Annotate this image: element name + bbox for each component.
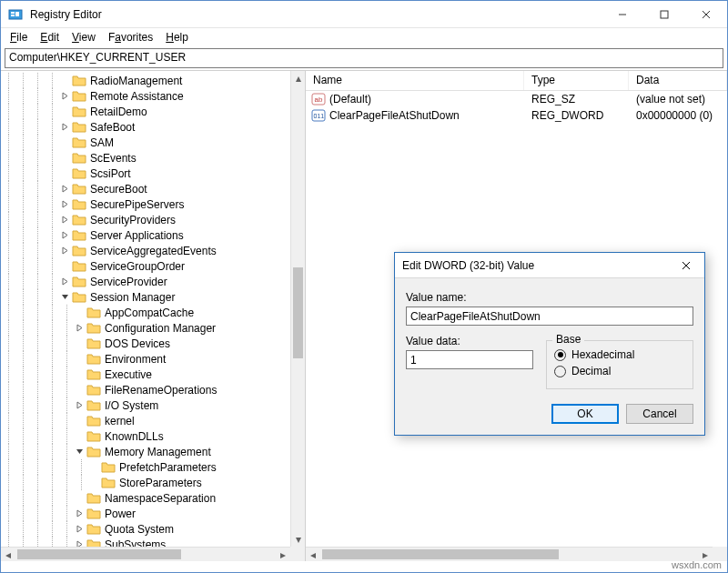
scroll-up-icon[interactable]: ▴ xyxy=(291,71,306,85)
list-row[interactable]: ab(Default)REG_SZ(value not set) xyxy=(306,91,727,107)
list-row[interactable]: 011ClearPageFileAtShutDownREG_DWORD0x000… xyxy=(306,107,727,124)
tree-item[interactable]: Power xyxy=(1,506,290,521)
tree-item[interactable]: FileRenameOperations xyxy=(1,382,290,397)
maximize-button[interactable] xyxy=(643,1,685,28)
tree-item[interactable]: ServiceGroupOrder xyxy=(1,258,290,274)
dialog-close-button[interactable] xyxy=(668,253,704,278)
tree-item[interactable]: StoreParameters xyxy=(1,475,290,490)
tree-item[interactable]: kernel xyxy=(1,413,290,428)
chevron-right-icon[interactable] xyxy=(74,539,85,548)
tree-item[interactable]: SubSystems xyxy=(1,537,290,547)
scroll-right-icon[interactable]: ▸ xyxy=(276,548,290,561)
scroll-down-icon[interactable]: ▾ xyxy=(291,532,306,547)
tree-item[interactable]: RetailDemo xyxy=(1,104,290,119)
menu-file[interactable]: File xyxy=(5,29,33,45)
radio-dec-icon[interactable] xyxy=(554,366,566,377)
cancel-button[interactable]: Cancel xyxy=(626,404,693,424)
tree-item[interactable]: KnownDLLs xyxy=(1,428,290,444)
list-header[interactable]: Name Type Data xyxy=(306,71,727,91)
tree-item[interactable]: ScsiPort xyxy=(1,166,290,181)
tree-item-label: SecurityProviders xyxy=(90,214,176,226)
col-type[interactable]: Type xyxy=(524,71,629,90)
tree-item[interactable]: RadioManagement xyxy=(1,73,290,88)
chevron-down-icon[interactable] xyxy=(59,292,70,303)
folder-icon xyxy=(72,105,86,119)
folder-icon xyxy=(72,244,86,258)
tree-item[interactable]: Remote Assistance xyxy=(1,88,290,104)
menu-edit[interactable]: Edit xyxy=(35,29,65,45)
tree-hscroll[interactable]: ◂ ▸ xyxy=(1,547,290,561)
scroll-left-icon[interactable]: ◂ xyxy=(306,548,320,561)
tree-item[interactable]: NamespaceSeparation xyxy=(1,490,290,506)
tree-item[interactable]: ServiceProvider xyxy=(1,274,290,289)
chevron-right-icon[interactable] xyxy=(59,276,70,287)
list-hscroll[interactable]: ◂ ▸ xyxy=(306,547,713,561)
folder-icon xyxy=(72,197,86,212)
tree-item[interactable]: Quota System xyxy=(1,521,290,537)
tree-item-label: ServiceGroupOrder xyxy=(90,260,185,273)
col-name[interactable]: Name xyxy=(306,71,524,90)
tree-item[interactable]: Memory Management xyxy=(1,444,290,459)
tree-item[interactable]: PrefetchParameters xyxy=(1,459,290,475)
menu-view[interactable]: View xyxy=(66,29,101,45)
tree-item[interactable]: DOS Devices xyxy=(1,336,290,351)
folder-icon xyxy=(86,414,101,428)
minimize-button[interactable] xyxy=(602,1,643,28)
dialog-titlebar[interactable]: Edit DWORD (32-bit) Value xyxy=(395,253,704,278)
chevron-right-icon[interactable] xyxy=(59,122,70,133)
chevron-right-icon[interactable] xyxy=(74,508,85,519)
folder-icon xyxy=(101,476,116,490)
tree-hscroll-thumb[interactable] xyxy=(17,549,181,559)
svg-text:011: 011 xyxy=(314,113,325,119)
chevron-right-icon[interactable] xyxy=(59,246,70,256)
scroll-left-icon[interactable]: ◂ xyxy=(1,548,15,561)
chevron-right-icon[interactable] xyxy=(59,184,70,195)
tree-item-label: Server Applications xyxy=(90,229,184,242)
chevron-right-icon[interactable] xyxy=(59,91,70,102)
menu-help[interactable]: Help xyxy=(160,29,194,45)
tree-item[interactable]: I/O System xyxy=(1,397,290,413)
close-button[interactable] xyxy=(685,1,727,28)
tree-vscroll[interactable]: ▴ ▾ xyxy=(290,71,305,547)
chevron-right-icon[interactable] xyxy=(74,323,85,334)
tree-item[interactable]: Session Manager xyxy=(1,289,290,305)
chevron-down-icon[interactable] xyxy=(74,447,85,457)
chevron-right-icon[interactable] xyxy=(59,199,70,210)
tree-item[interactable]: Executive xyxy=(1,367,290,382)
radio-decimal[interactable]: Decimal xyxy=(554,365,685,377)
tree-item[interactable]: SecurePipeServers xyxy=(1,196,290,212)
address-bar[interactable]: Computer\HKEY_CURRENT_USER xyxy=(5,48,723,68)
tree-item[interactable]: AppCompatCache xyxy=(1,305,290,320)
tree-item[interactable]: Environment xyxy=(1,351,290,367)
tree-item[interactable]: SAM xyxy=(1,135,290,150)
value-name-input[interactable] xyxy=(406,307,693,326)
chevron-none-icon xyxy=(59,106,70,117)
chevron-none-icon xyxy=(74,431,85,442)
col-data[interactable]: Data xyxy=(629,71,727,90)
radio-hexadecimal[interactable]: Hexadecimal xyxy=(554,348,685,361)
chevron-right-icon[interactable] xyxy=(59,215,70,226)
tree-item[interactable]: ScEvents xyxy=(1,150,290,166)
value-name: ClearPageFileAtShutDown xyxy=(329,109,460,122)
tree[interactable]: RadioManagementRemote AssistanceRetailDe… xyxy=(1,71,290,547)
tree-item[interactable]: SecurityProviders xyxy=(1,212,290,227)
ok-button[interactable]: OK xyxy=(551,404,619,424)
tree-item[interactable]: Server Applications xyxy=(1,227,290,243)
tree-vscroll-thumb[interactable] xyxy=(293,267,303,358)
chevron-right-icon[interactable] xyxy=(59,230,70,241)
value-data: 0x00000000 (0) xyxy=(629,109,727,122)
list-hscroll-thumb[interactable] xyxy=(322,549,559,559)
tree-item-label: I/O System xyxy=(105,399,158,412)
tree-item[interactable]: ServiceAggregatedEvents xyxy=(1,243,290,258)
tree-item[interactable]: SecureBoot xyxy=(1,181,290,196)
radio-hex-icon[interactable] xyxy=(554,349,566,361)
menu-favorites[interactable]: Favorites xyxy=(103,29,158,45)
list-body[interactable]: ab(Default)REG_SZ(value not set)011Clear… xyxy=(306,91,727,124)
value-data-input[interactable] xyxy=(406,350,533,369)
chevron-right-icon[interactable] xyxy=(74,400,85,411)
tree-item[interactable]: Configuration Manager xyxy=(1,320,290,336)
tree-item[interactable]: SafeBoot xyxy=(1,119,290,135)
tree-item-label: SecureBoot xyxy=(90,183,147,196)
chevron-right-icon[interactable] xyxy=(74,524,85,535)
app-icon xyxy=(8,7,23,22)
